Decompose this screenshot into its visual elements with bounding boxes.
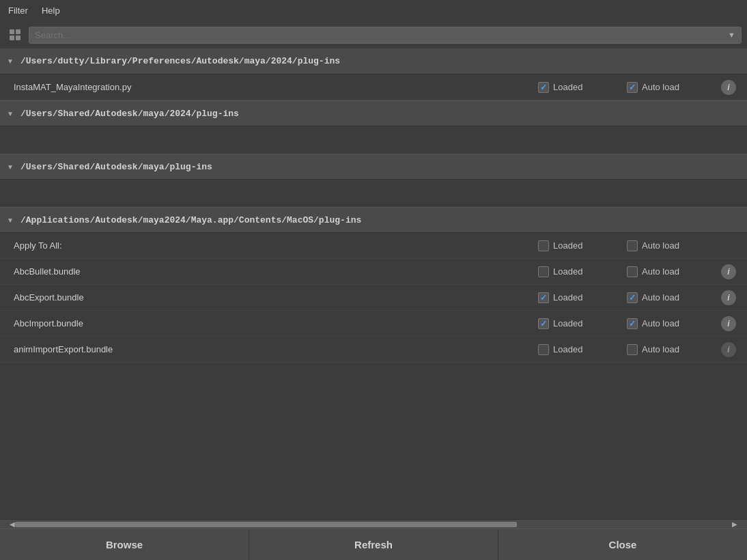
loaded-checkbox-abcexport[interactable] [538,292,549,303]
apply-to-all-label: Apply To All: [14,240,538,251]
loaded-label-abcbullet: Loaded [553,266,582,277]
search-input[interactable] [35,30,728,40]
h-scroll-thumb[interactable] [15,522,517,527]
svg-rect-2 [10,36,14,40]
loaded-checkbox-instamat[interactable] [538,82,549,93]
section-header-3[interactable]: ▼ /Users/Shared/Autodesk/maya/plug-ins [0,154,747,180]
h-scroll-left-arrow[interactable]: ◀ [10,520,15,528]
autoload-label-abcexport: Auto load [642,292,679,303]
loaded-label-abcimport: Loaded [553,318,582,328]
h-scroll-right-arrow[interactable]: ▶ [732,520,737,528]
section-path-1: /Users/dutty/Library/Preferences/Autodes… [20,56,340,66]
section-header-4[interactable]: ▼ /Applications/Autodesk/maya2024/Maya.a… [0,207,747,233]
loaded-group-animimportexport: Loaded [538,344,627,355]
loaded-group-abcexport: Loaded [538,292,627,303]
search-dropdown-arrow[interactable]: ▼ [728,31,735,39]
autoload-checkbox-instamat[interactable] [627,82,638,93]
search-icon-box [5,25,25,44]
search-input-wrapper[interactable]: ▼ [29,27,742,44]
info-btn-abcimport[interactable]: i [721,316,736,331]
browse-button[interactable]: Browse [0,529,249,560]
loaded-label-instamat: Loaded [553,82,582,92]
plugin-name-instamat: InstaMAT_MayaIntegration.py [14,82,538,92]
empty-section-3 [0,180,747,207]
apply-loaded-checkbox[interactable] [538,240,549,251]
menu-help[interactable]: Help [42,5,60,16]
loaded-label-abcexport: Loaded [553,292,582,303]
apply-autoload-group: Auto load [627,240,716,251]
info-btn-instamat[interactable]: i [721,80,736,95]
section-path-3: /Users/Shared/Autodesk/maya/plug-ins [20,162,212,172]
apply-loaded-group: Loaded [538,240,627,251]
menu-filter[interactable]: Filter [8,5,28,16]
svg-rect-1 [16,29,20,34]
plugin-name-abcbullet: AbcBullet.bundle [14,266,538,277]
refresh-button[interactable]: Refresh [249,529,498,560]
section-header-1[interactable]: ▼ /Users/dutty/Library/Preferences/Autod… [0,48,747,74]
apply-autoload-label: Auto load [642,240,679,251]
loaded-label-animimportexport: Loaded [553,344,582,354]
loaded-checkbox-abcimport[interactable] [538,318,549,329]
h-scroll-track[interactable] [15,522,732,527]
grid-icon [8,28,22,42]
svg-rect-0 [10,29,14,34]
scroll-container[interactable]: ▼ /Users/dutty/Library/Preferences/Autod… [0,48,747,519]
loaded-checkbox-abcbullet[interactable] [538,266,549,277]
autoload-label-abcimport: Auto load [642,318,679,328]
section-path-4: /Applications/Autodesk/maya2024/Maya.app… [20,215,361,225]
loaded-group-instamat: Loaded [538,82,627,93]
autoload-checkbox-abcimport[interactable] [627,318,638,329]
autoload-group-abcimport: Auto load [627,318,716,329]
svg-rect-3 [16,36,20,40]
plugin-row-instamat: InstaMAT_MayaIntegration.py Loaded Auto … [0,74,747,100]
autoload-checkbox-animimportexport[interactable] [627,344,638,355]
chevron-icon-2: ▼ [7,110,15,117]
apply-loaded-label: Loaded [553,240,582,251]
close-button[interactable]: Close [498,529,747,560]
loaded-checkbox-animimportexport[interactable] [538,344,549,355]
chevron-icon-4: ▼ [7,216,15,224]
plugin-row-abcexport: AbcExport.bundle Loaded Auto load i [0,285,747,311]
plugin-name-abcimport: AbcImport.bundle [14,318,538,328]
plugin-name-abcexport: AbcExport.bundle [14,292,538,303]
info-btn-abcbullet[interactable]: i [721,264,736,279]
autoload-group-abcexport: Auto load [627,292,716,303]
section-header-2[interactable]: ▼ /Users/Shared/Autodesk/maya/2024/plug-… [0,100,747,126]
menu-bar: Filter Help [0,0,747,21]
apply-autoload-checkbox[interactable] [627,240,638,251]
autoload-checkbox-abcbullet[interactable] [627,266,638,277]
loaded-group-abcimport: Loaded [538,318,627,329]
autoload-label-instamat: Auto load [642,82,679,92]
plugin-name-animimportexport: animImportExport.bundle [14,344,538,354]
search-bar: ▼ [0,21,747,48]
loaded-group-abcbullet: Loaded [538,266,627,277]
plugin-row-abcbullet: AbcBullet.bundle Loaded Auto load i [0,259,747,285]
autoload-checkbox-abcexport[interactable] [627,292,638,303]
autoload-group-instamat: Auto load [627,82,716,93]
autoload-label-abcbullet: Auto load [642,266,679,277]
chevron-icon-3: ▼ [7,163,15,171]
plugin-row-abcimport: AbcImport.bundle Loaded Auto load i [0,311,747,337]
chevron-icon-1: ▼ [7,57,15,65]
main-content: ▼ /Users/dutty/Library/Preferences/Autod… [0,48,747,519]
autoload-group-animimportexport: Auto load [627,344,716,355]
empty-section-2 [0,126,747,154]
info-btn-abcexport[interactable]: i [721,290,736,305]
plugin-row-animimportexport: animImportExport.bundle Loaded Auto load… [0,337,747,363]
apply-to-all-row: Apply To All: Loaded Auto load [0,233,747,259]
info-btn-animimportexport[interactable]: i [721,342,736,357]
autoload-group-abcbullet: Auto load [627,266,716,277]
autoload-label-animimportexport: Auto load [642,344,679,354]
h-scrollbar[interactable]: ◀ ▶ [0,519,747,529]
section-path-2: /Users/Shared/Autodesk/maya/2024/plug-in… [20,109,239,119]
bottom-bar: Browse Refresh Close [0,529,747,560]
